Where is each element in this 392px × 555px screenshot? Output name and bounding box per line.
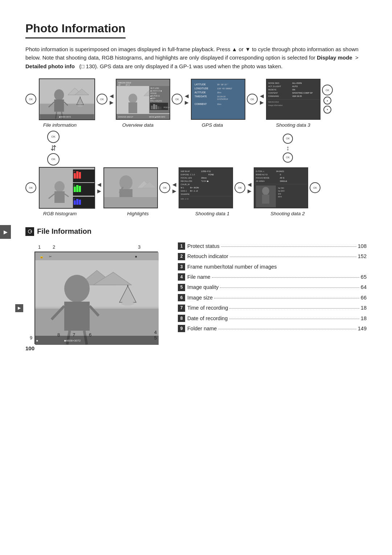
screen-shooting1: N/B 56 AF1/350- F11 EXPOSE. C 1.0FONE FO… [179, 167, 233, 208]
svg-text:ENI: ENI [278, 193, 281, 195]
section-icon: ⚆ [25, 227, 34, 236]
list-item: 3 Frame number/total number of images [178, 263, 367, 271]
col-gps: LATITUDE 35° 39' 37." LONGITUDE 139° 45'… [191, 79, 258, 120]
svg-point-2 [54, 89, 64, 101]
svg-text:33m: 33m [217, 103, 221, 105]
svg-rect-143 [35, 336, 159, 345]
display-mode-bold: Display mode [317, 54, 352, 61]
svg-rect-75 [74, 173, 76, 179]
svg-text:19:29:10: 19:29:10 [217, 95, 226, 98]
caption-rgb: RGB histogram [25, 210, 94, 216]
svg-rect-94 [104, 197, 158, 208]
col-highlights: OK [103, 167, 170, 208]
svg-rect-37 [153, 104, 155, 109]
list-item: 8 Date of recording 18 [178, 315, 367, 322]
svg-text:N/B 56 AF: N/B 56 AF [181, 170, 190, 172]
svg-text:FIRMWARE: FIRMWARE [268, 95, 279, 97]
fi-list: 1 Protect status 108 2 Retouch indicator… [178, 242, 367, 344]
svg-text:VER 06:35: VER 06:35 [292, 95, 302, 97]
side-tab: ▶ [0, 225, 11, 239]
list-item: 2 Retouch indicator 152 [178, 253, 367, 260]
svg-text:AF-S: AF-S [280, 177, 285, 179]
ok-dial-vert-r1: OK [283, 134, 293, 144]
svg-text:FONE: FONE [208, 174, 214, 176]
screen-highlights [103, 167, 158, 208]
svg-text:FOCUS MODE: FOCUS MODE [256, 177, 270, 179]
svg-text:ACT. D-LIGHT: ACT. D-LIGHT [268, 85, 281, 87]
svg-text:0w 5IKI: 0w 5IKI [278, 187, 284, 189]
svg-rect-146 [35, 252, 159, 260]
play-icon: ▶ [15, 304, 23, 312]
svg-rect-40 [160, 107, 162, 109]
list-item: 6 Image size 66 [178, 294, 367, 302]
arrows-rgb-hl: ◀ ▶ [97, 181, 101, 194]
col-overview: NIKON D310 AF AF-A [116, 79, 183, 120]
svg-rect-70 [54, 191, 65, 203]
svg-rect-39 [158, 106, 159, 109]
svg-rect-76 [76, 171, 78, 179]
col-shooting3: NOISE RED.ALL-ISOIN ACT. D-LIGHTAUTO RED… [266, 79, 333, 120]
screen-rgb: R G B [39, 167, 95, 209]
svg-rect-87 [79, 200, 81, 205]
ok-dial-hl: OK [159, 182, 170, 193]
list-item: 5 Image quality 64 [178, 283, 367, 291]
svg-text:PISO R|AUTO: PISO R|AUTO [150, 100, 162, 102]
svg-text:LATITUDE: LATITUDE [195, 83, 206, 86]
svg-text:MOVE ■4608×3072: MOVE ■4608×3072 [149, 116, 166, 118]
svg-text:B= -IKON: B= -IKON [190, 187, 199, 189]
svg-text:M 1: M 1 [181, 187, 184, 189]
ok-dial-rgb: OK [25, 182, 36, 193]
svg-text:139° 45' 08882": 139° 45' 08882" [217, 87, 232, 90]
svg-text:CONTENT: CONTENT [268, 92, 278, 94]
svg-text:35° 39' 37.": 35° 39' 37." [217, 83, 228, 86]
svg-text:ALTITUDE: ALTITUDE [195, 91, 206, 94]
svg-rect-86 [76, 199, 78, 205]
svg-text:1/350- F11: 1/350- F11 [201, 170, 211, 172]
arrows-3-4: ◀ ▶ [260, 93, 264, 105]
svg-text:FOCAL LEN: FOCAL LEN [181, 177, 192, 179]
svg-text:N/B -1 =0: N/B -1 =0 [181, 198, 188, 200]
ok-dial-vert-l: OK [47, 131, 60, 143]
label-8: 8 [57, 332, 60, 338]
svg-rect-82 [79, 186, 81, 192]
svg-text:B= -1 +0: B= -1 +0 [190, 190, 198, 192]
small-dial-1: ▲ [323, 97, 331, 105]
svg-text:38 P  1/250: 38 P 1/250 [150, 87, 159, 89]
screen-shooting2: D-TON. c04-04/21 BOND ALT D0 FOCUS MODEA… [254, 167, 308, 208]
caption-shooting2: Shooting data 2 [256, 210, 319, 216]
screen-shooting3: NOISE RED.ALL-ISOIN ACT. D-LIGHTAUTO RED… [266, 79, 320, 120]
svg-text:04-04/21: 04-04/21 [276, 170, 284, 172]
svg-text:RFH: RFH [278, 196, 282, 198]
screen-overview: NIKON D310 AF AF-A [116, 79, 170, 120]
section-heading: ⚆ File Information [25, 227, 367, 236]
svg-point-123 [262, 187, 269, 195]
svg-text:■RGB: ■RGB [150, 97, 156, 99]
svg-text:■4608×3072: ■4608×3072 [59, 116, 71, 118]
svg-rect-21 [128, 102, 137, 113]
svg-point-69 [54, 181, 65, 192]
ok-dial-3: OK [172, 94, 183, 105]
svg-point-20 [128, 94, 137, 103]
svg-rect-38 [155, 105, 157, 109]
svg-text:ON: ON [292, 89, 295, 91]
svg-text:SHARPIE: SHARPIE [181, 193, 189, 195]
svg-text:AF: AF [118, 84, 121, 86]
svg-text:AF-A: AF-A [126, 84, 130, 86]
caption-gps: GPS data [181, 122, 243, 128]
svg-text:R: R [74, 171, 75, 173]
side-tab-label: ▶ [4, 229, 7, 235]
section-title: File Information [37, 227, 91, 236]
page-title: Photo Information [25, 22, 126, 38]
arrows-hl-sd1: ◀ ▶ [172, 181, 176, 194]
ok-dial-sd1: OK [234, 182, 245, 193]
svg-text:AF-AREA: AF-AREA [256, 180, 265, 182]
col-shooting1: N/B 56 AF1/350- F11 EXPOSE. C 1.0FONE FO… [179, 167, 245, 208]
svg-text:🔒: 🔒 [40, 254, 44, 259]
svg-text:D-TON. c: D-TON. c [256, 170, 264, 172]
svg-text:RECALL/ON: RECALL/ON [181, 180, 192, 182]
ok-dial-vert-r2: OK [283, 152, 293, 163]
svg-rect-80 [74, 187, 76, 192]
svg-rect-36 [151, 106, 153, 109]
svg-text:■: ■ [135, 255, 137, 258]
svg-rect-3 [54, 99, 64, 112]
